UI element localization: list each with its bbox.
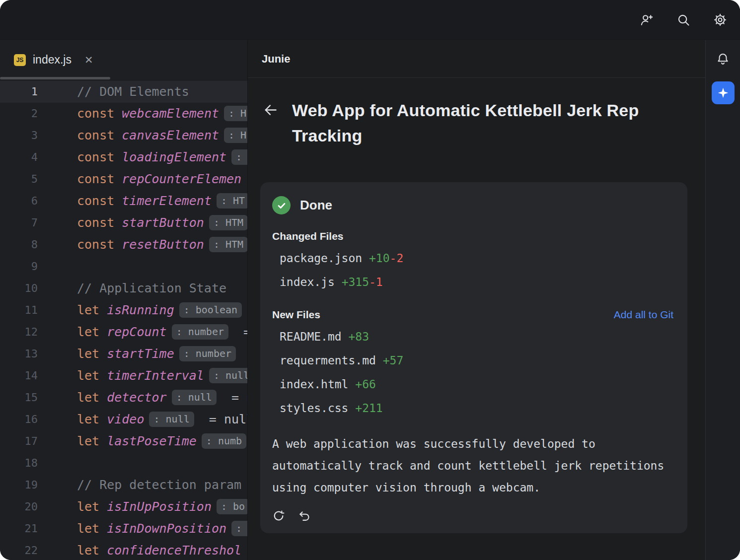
undo-icon[interactable] (298, 509, 311, 522)
line-number: 3 (0, 125, 38, 146)
file-row[interactable]: package.json +10-2 (272, 246, 673, 270)
code-line[interactable]: 14let timerInterval: null (0, 365, 247, 387)
line-number: 7 (0, 212, 38, 234)
code-line[interactable]: 5const repCounterElemen (0, 168, 247, 190)
task-title: Web App for Automatic Kettlebell Jerk Re… (292, 98, 640, 148)
code-line[interactable]: 12let repCount: number = (0, 321, 247, 343)
code-text (38, 256, 77, 278)
code-text: let repCount: number = (38, 321, 247, 343)
code-line[interactable]: 4const loadingElement: (0, 146, 247, 168)
code-text: let isInUpPosition: bo (38, 496, 247, 518)
code-text: // DOM Elements (38, 81, 189, 103)
line-number: 16 (0, 409, 38, 430)
code-line[interactable]: 11let isRunning: boolean (0, 299, 247, 321)
code-line[interactable]: 18 (0, 452, 247, 474)
file-row[interactable]: index.html +66 (272, 372, 673, 396)
file-row[interactable]: requerments.md +57 (272, 349, 673, 372)
line-number: 5 (0, 168, 38, 190)
line-number: 22 (0, 540, 38, 560)
editor-pane: JS index.js ✕ 1// DOM Elements2const web… (0, 40, 247, 560)
line-number: 17 (0, 430, 38, 452)
code-line[interactable]: 1// DOM Elements (0, 81, 247, 103)
right-tool-rail (705, 40, 740, 560)
code-line[interactable]: 6const timerElement: HT (0, 190, 247, 212)
code-editor[interactable]: 1// DOM Elements2const webcamElement: H3… (0, 79, 247, 560)
js-file-icon: JS (14, 54, 26, 66)
code-text: // Rep detection param (38, 474, 241, 496)
code-line[interactable]: 9 (0, 256, 247, 278)
settings-icon[interactable] (713, 13, 727, 27)
code-text: const webcamElement: H (38, 103, 247, 125)
lines-added: +315 (342, 276, 369, 288)
tab-index-js[interactable]: JS index.js ✕ (0, 40, 104, 79)
file-row[interactable]: README.md +83 (272, 325, 673, 349)
bell-icon[interactable] (716, 52, 730, 66)
junie-panel-title: Junie (262, 53, 290, 66)
changed-files-list: package.json +10-2index.js +315-1 (272, 246, 673, 294)
code-text: let detector: null = nu (38, 387, 247, 409)
code-line[interactable]: 7const startButton: HTM (0, 212, 247, 234)
file-name: README.md (280, 330, 348, 343)
lines-added: +83 (348, 330, 369, 343)
junie-logo-icon[interactable] (712, 81, 735, 104)
lines-removed: -1 (369, 276, 383, 288)
code-text: let video: null = null; (38, 409, 247, 430)
code-text (38, 452, 77, 474)
active-tab-indicator (0, 77, 110, 79)
line-number: 11 (0, 299, 38, 321)
topbar (0, 0, 740, 40)
code-line[interactable]: 16let video: null = null; (0, 409, 247, 430)
add-all-to-git-link[interactable]: Add all to Git (614, 309, 673, 321)
file-name: index.js (280, 276, 342, 288)
code-text: let isInDownPosition: (38, 518, 247, 540)
code-line[interactable]: 17let lastPoseTime: numb (0, 430, 247, 452)
code-line[interactable]: 21let isInDownPosition: (0, 518, 247, 540)
code-line[interactable]: 20let isInUpPosition: bo (0, 496, 247, 518)
junie-panel: Junie Web App for Automatic Kettlebell J… (247, 40, 705, 560)
status-label: Done (300, 198, 332, 213)
code-line[interactable]: 19// Rep detection param (0, 474, 247, 496)
code-line[interactable]: 8const resetButton: HTM (0, 234, 247, 256)
code-line[interactable]: 10// Application State (0, 278, 247, 299)
code-line[interactable]: 15let detector: null = nu (0, 387, 247, 409)
ide-window: JS index.js ✕ 1// DOM Elements2const web… (0, 0, 740, 560)
code-text: const startButton: HTM (38, 212, 247, 234)
code-text: let confidenceThreshol (38, 540, 241, 560)
line-number: 6 (0, 190, 38, 212)
new-files-heading-row: New Files Add all to Git (272, 309, 673, 321)
task-title-row: Web App for Automatic Kettlebell Jerk Re… (248, 98, 705, 148)
editor-tab-bar: JS index.js ✕ (0, 40, 247, 79)
tab-close-icon[interactable]: ✕ (84, 55, 93, 65)
new-files-list: README.md +83requerments.md +57index.htm… (272, 325, 673, 420)
line-number: 18 (0, 452, 38, 474)
lines-added: +66 (355, 378, 376, 391)
file-name: requerments.md (280, 354, 383, 367)
file-name: package.json (280, 252, 369, 265)
code-line[interactable]: 13let startTime: number (0, 343, 247, 365)
lines-added: +57 (383, 354, 404, 367)
lines-removed: -2 (390, 252, 404, 265)
code-text: const repCounterElemen (38, 168, 241, 190)
line-number: 14 (0, 365, 38, 387)
card-actions (272, 509, 673, 522)
line-number: 9 (0, 256, 38, 278)
add-user-icon[interactable] (640, 13, 654, 27)
back-arrow-icon[interactable] (263, 102, 278, 118)
code-text: let lastPoseTime: numb (38, 430, 246, 452)
code-text: const resetButton: HTM (38, 234, 247, 256)
code-line[interactable]: 3const canvasElement: H (0, 125, 247, 146)
tab-label: index.js (33, 53, 72, 67)
refresh-icon[interactable] (272, 509, 285, 522)
file-name: index.html (280, 378, 355, 391)
file-row[interactable]: index.js +315-1 (272, 270, 673, 294)
code-line[interactable]: 2const webcamElement: H (0, 103, 247, 125)
code-text: let timerInterval: null (38, 365, 247, 387)
code-line[interactable]: 22let confidenceThreshol (0, 540, 247, 560)
line-number: 4 (0, 146, 38, 168)
file-row[interactable]: styles.css +211 (272, 396, 673, 420)
new-files-heading: New Files (272, 309, 320, 321)
search-icon[interactable] (676, 13, 690, 27)
changed-files-heading: Changed Files (272, 230, 673, 242)
code-text: const loadingElement: (38, 146, 247, 168)
check-circle-icon (272, 196, 291, 214)
